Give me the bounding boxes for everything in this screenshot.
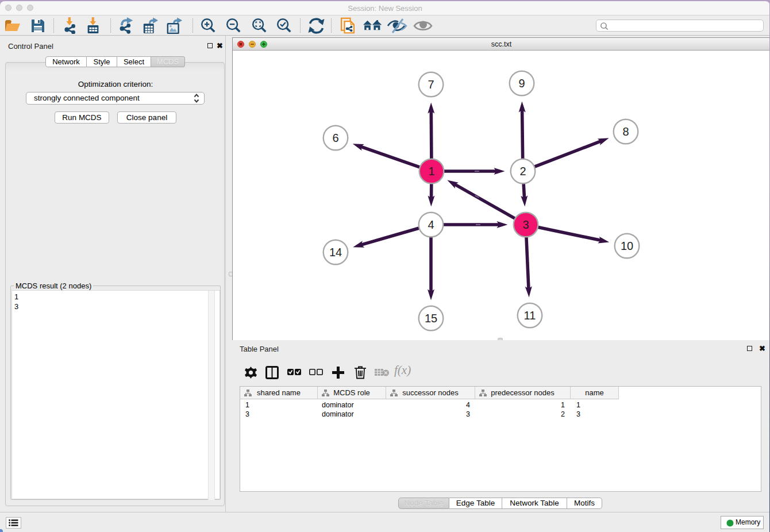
svg-text:11: 11 [524,309,536,322]
svg-text:8: 8 [622,125,629,138]
svg-text:2: 2 [519,165,526,178]
svg-text:3: 3 [522,218,529,231]
svg-text:1: 1 [428,165,434,178]
svg-text:9: 9 [518,77,525,90]
svg-text:7: 7 [428,78,434,91]
svg-text:10: 10 [621,240,633,252]
svg-text:4: 4 [428,218,434,231]
svg-text:15: 15 [425,312,437,325]
svg-text:14: 14 [329,246,342,259]
svg-text:6: 6 [332,132,338,144]
